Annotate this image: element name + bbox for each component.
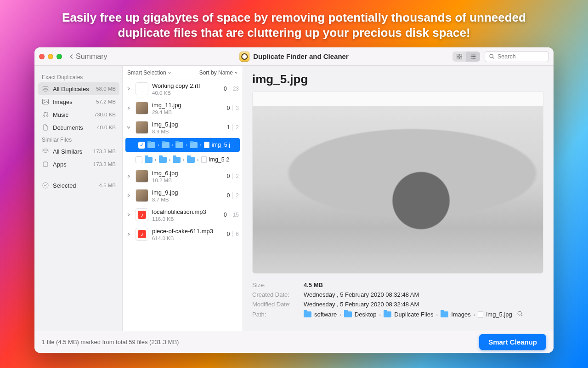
music-icon — [42, 111, 49, 118]
thumbnail — [136, 170, 148, 183]
thumbnail — [136, 208, 148, 221]
sidebar-item-apps[interactable]: Apps 173.3 MB — [38, 158, 119, 171]
app-icon — [239, 52, 249, 62]
preview-path-row: Path: software›Desktop›Duplicate Files›I… — [252, 309, 543, 320]
chevron-right-icon[interactable] — [125, 86, 132, 91]
back-summary-button[interactable]: Summary — [68, 52, 107, 61]
svg-point-10 — [490, 54, 493, 58]
view-mode-toggle — [452, 52, 480, 62]
group-name: img_5.jpg — [152, 121, 223, 128]
smart-selection-dropdown[interactable]: Smart Selection — [127, 69, 171, 76]
thumbnail — [136, 121, 148, 134]
chevron-down-icon[interactable] — [125, 125, 132, 130]
svg-line-21 — [521, 315, 522, 316]
chevron-right-icon[interactable] — [125, 106, 132, 110]
folder-icon — [145, 157, 153, 163]
svg-rect-3 — [460, 57, 462, 58]
group-size: 8.7 MB — [152, 197, 223, 202]
app-title: Duplicate Finder and Cleaner — [239, 52, 349, 62]
group-name: piece-of-cake-611.mp3 — [152, 228, 223, 235]
back-label: Summary — [76, 52, 107, 61]
group-name: img_11.jpg — [152, 102, 223, 109]
chevron-right-icon[interactable] — [125, 232, 132, 236]
folder-icon — [173, 157, 181, 163]
svg-point-5 — [471, 56, 472, 57]
app-window: Summary Duplicate Finder and Cleaner — [34, 47, 554, 353]
duplicate-group[interactable]: piece-of-cake-611.mp3614.0 KB06 — [123, 224, 243, 244]
app-icon-small — [42, 161, 49, 168]
sidebar-item-images[interactable]: Images 57.2 MB — [38, 95, 119, 108]
reveal-in-finder-icon[interactable] — [517, 310, 523, 318]
preview-title: img_5.jpg — [252, 72, 543, 86]
minimize-icon[interactable] — [48, 54, 53, 59]
checkmark-circle-icon — [42, 182, 49, 189]
thumbnail — [136, 82, 148, 95]
duplicate-group[interactable]: img_11.jpg29.4 MB03 — [123, 98, 243, 118]
group-size: 10.2 MB — [152, 178, 223, 183]
group-name: localnotification.mp3 — [152, 208, 220, 215]
image-icon — [42, 98, 49, 105]
folder-icon — [384, 311, 391, 317]
chevron-right-icon[interactable] — [125, 193, 132, 198]
chevron-left-icon — [68, 53, 75, 60]
group-name: Working copy 2.rtf — [152, 82, 220, 89]
duplicate-file-row[interactable]: ›››› img_5 2 — [123, 153, 243, 167]
sort-dropdown[interactable]: Sort by Name — [199, 69, 238, 76]
grid-view-button[interactable] — [452, 52, 466, 62]
folder-icon — [162, 142, 170, 148]
thumbnail — [136, 102, 148, 115]
sidebar-section-similar: Similar Files — [38, 134, 119, 145]
group-size: 614.0 KB — [152, 236, 223, 241]
chevron-down-icon — [234, 71, 238, 75]
list-view-button[interactable] — [466, 52, 480, 62]
duplicate-group[interactable]: img_6.jpg10.2 MB02 — [123, 167, 243, 186]
selection-status: 1 file (4.5 MB) marked from total 59 fil… — [42, 339, 179, 345]
stack-icon — [42, 148, 49, 155]
svg-point-17 — [43, 149, 48, 151]
search-field[interactable] — [485, 51, 549, 62]
group-counts: 015 — [224, 212, 239, 218]
group-counts: 12 — [227, 124, 239, 131]
duplicate-group[interactable]: localnotification.mp3116.0 KB015 — [123, 205, 243, 224]
duplicate-list[interactable]: Working copy 2.rtf40.0 KB023img_11.jpg29… — [123, 79, 243, 331]
checkbox[interactable]: ✓ — [138, 142, 145, 149]
duplicate-group[interactable]: img_5.jpg8.9 MB12 — [123, 118, 243, 137]
zoom-icon[interactable] — [57, 54, 62, 59]
svg-point-16 — [46, 115, 48, 117]
folder-icon — [441, 311, 448, 317]
chevron-right-icon[interactable] — [125, 174, 132, 178]
sidebar-item-all-duplicates[interactable]: All Duplicates 58.0 MB — [38, 82, 119, 95]
list-icon — [470, 53, 476, 60]
search-input[interactable] — [498, 53, 543, 60]
file-icon — [478, 311, 483, 318]
group-counts: 02 — [227, 192, 239, 199]
search-icon — [489, 53, 495, 59]
duplicate-file-row[interactable]: ✓›››› img_5.j — [125, 138, 240, 152]
group-name: img_6.jpg — [152, 170, 223, 177]
chevron-right-icon[interactable] — [125, 213, 132, 217]
folder-icon — [304, 311, 311, 317]
duplicate-group[interactable]: Working copy 2.rtf40.0 KB023 — [123, 79, 243, 98]
svg-line-11 — [493, 58, 494, 59]
svg-point-19 — [43, 183, 48, 188]
file-icon — [204, 142, 209, 148]
smart-cleanup-button[interactable]: Smart Cleanup — [479, 334, 546, 350]
svg-point-4 — [471, 54, 472, 55]
group-size: 40.0 KB — [152, 90, 220, 96]
sidebar-item-music[interactable]: Music 730.0 KB — [38, 108, 119, 121]
folder-icon — [175, 142, 183, 148]
sidebar-item-selected[interactable]: Selected 4.5 MB — [38, 179, 119, 192]
sidebar-item-all-similars[interactable]: All Similars 173.3 MB — [38, 145, 119, 158]
duplicate-group[interactable]: img_9.jpg8.7 MB02 — [123, 186, 243, 205]
group-name: img_9.jpg — [152, 189, 223, 196]
svg-rect-2 — [457, 57, 459, 58]
document-icon — [42, 124, 49, 131]
group-size: 116.0 KB — [152, 216, 220, 222]
sidebar-item-documents[interactable]: Documents 40.0 KB — [38, 121, 119, 134]
marketing-headline: Easily free up gigabytes of space by rem… — [41, 10, 547, 40]
close-icon[interactable] — [39, 54, 45, 59]
thumbnail — [136, 228, 148, 241]
checkbox[interactable] — [136, 156, 142, 163]
svg-rect-18 — [43, 162, 48, 167]
svg-point-20 — [518, 311, 521, 315]
